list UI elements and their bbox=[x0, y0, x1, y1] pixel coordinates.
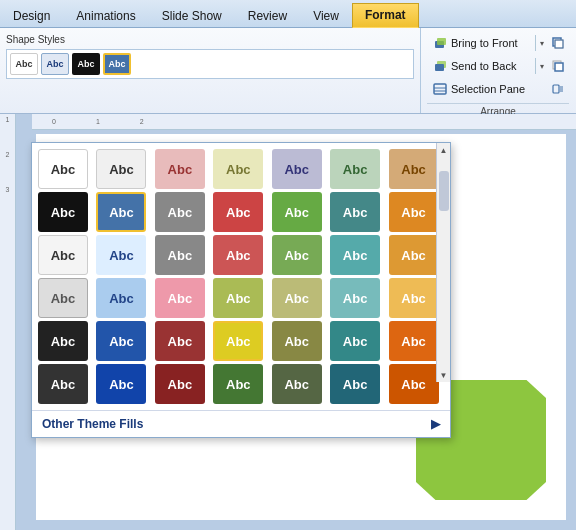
bring-to-front-dropdown[interactable]: ▾ bbox=[535, 35, 547, 51]
scroll-down-arrow[interactable]: ▼ bbox=[437, 368, 450, 382]
style-item[interactable]: Abc bbox=[213, 149, 263, 189]
selection-pane-row: Selection Pane bbox=[427, 78, 569, 100]
style-item[interactable]: Abc bbox=[96, 321, 146, 361]
send-to-back-row: Send to Back ▾ bbox=[427, 55, 569, 77]
style-item[interactable]: Abc bbox=[38, 278, 88, 318]
tab-review[interactable]: Review bbox=[235, 4, 300, 28]
style-item[interactable]: Abc bbox=[155, 149, 205, 189]
style-item[interactable]: Abc bbox=[96, 235, 146, 275]
send-to-back-label: Send to Back bbox=[451, 60, 516, 72]
other-theme-fills-button[interactable]: Other Theme Fills ▶ bbox=[32, 410, 450, 437]
style-item[interactable]: Abc bbox=[155, 278, 205, 318]
style-item[interactable]: Abc bbox=[330, 278, 380, 318]
style-item[interactable]: Abc bbox=[213, 192, 263, 232]
main-content: 1 2 3 0 1 2 o add title AbcAbcAbcAbcAbcA… bbox=[0, 114, 576, 530]
tab-view[interactable]: View bbox=[300, 4, 352, 28]
styles-grid-preview[interactable]: Abc Abc Abc Abc bbox=[6, 49, 414, 79]
tab-design[interactable]: Design bbox=[0, 4, 63, 28]
style-item[interactable]: Abc bbox=[155, 364, 205, 404]
svg-rect-9 bbox=[434, 84, 446, 94]
style-item[interactable]: Abc bbox=[389, 149, 439, 189]
shape-styles-dropdown: AbcAbcAbcAbcAbcAbcAbcAbcAbcAbcAbcAbcAbcA… bbox=[31, 142, 451, 438]
style-item[interactable]: Abc bbox=[96, 192, 146, 232]
styles-grid: AbcAbcAbcAbcAbcAbcAbcAbcAbcAbcAbcAbcAbcA… bbox=[32, 143, 450, 410]
style-item[interactable]: Abc bbox=[389, 192, 439, 232]
style-item[interactable]: Abc bbox=[330, 192, 380, 232]
bring-to-front-icon bbox=[432, 35, 448, 51]
style-item[interactable]: Abc bbox=[155, 235, 205, 275]
style-item[interactable]: Abc bbox=[330, 364, 380, 404]
style-item[interactable]: Abc bbox=[389, 278, 439, 318]
scroll-up-arrow[interactable]: ▲ bbox=[437, 143, 450, 157]
dropdown-scrollbar[interactable]: ▲ ▼ bbox=[436, 143, 450, 382]
scroll-thumb[interactable] bbox=[439, 171, 449, 211]
svg-rect-1 bbox=[437, 38, 446, 45]
tab-slideshow[interactable]: Slide Show bbox=[149, 4, 235, 28]
style-item[interactable]: Abc bbox=[96, 364, 146, 404]
style-item[interactable]: Abc bbox=[389, 321, 439, 361]
style-item[interactable]: Abc bbox=[213, 321, 263, 361]
selection-pane-icon bbox=[432, 81, 448, 97]
style-item[interactable]: Abc bbox=[213, 278, 263, 318]
style-item[interactable]: Abc bbox=[38, 321, 88, 361]
shape-styles-label: Shape Styles bbox=[6, 34, 65, 45]
send-to-back-button[interactable]: Send to Back bbox=[427, 55, 535, 77]
style-item[interactable]: Abc bbox=[96, 149, 146, 189]
style-item[interactable]: Abc bbox=[330, 235, 380, 275]
style-item[interactable]: Abc bbox=[272, 278, 322, 318]
horizontal-ruler: 0 1 2 bbox=[32, 114, 576, 130]
svg-rect-6 bbox=[435, 64, 444, 71]
style-item[interactable]: Abc bbox=[213, 235, 263, 275]
style-item[interactable]: Abc bbox=[272, 149, 322, 189]
style-item[interactable]: Abc bbox=[389, 364, 439, 404]
style-item[interactable]: Abc bbox=[389, 235, 439, 275]
other-fills-arrow-icon: ▶ bbox=[431, 417, 440, 431]
style-item[interactable]: Abc bbox=[272, 192, 322, 232]
other-fills-label: Other Theme Fills bbox=[42, 417, 143, 431]
bring-to-front-row: Bring to Front ▾ bbox=[427, 32, 569, 54]
style-item[interactable]: Abc bbox=[213, 364, 263, 404]
bring-to-front-extra[interactable] bbox=[547, 32, 569, 54]
style-item[interactable]: Abc bbox=[272, 321, 322, 361]
style-item[interactable]: Abc bbox=[272, 235, 322, 275]
selection-pane-label: Selection Pane bbox=[451, 83, 525, 95]
bring-to-front-label: Bring to Front bbox=[451, 37, 518, 49]
slide-area: 0 1 2 o add title AbcAbcAbcAbcAbcAbcAbcA… bbox=[16, 114, 576, 530]
style-item[interactable]: Abc bbox=[38, 192, 88, 232]
tab-format[interactable]: Format bbox=[352, 3, 419, 28]
bring-to-front-button[interactable]: Bring to Front bbox=[427, 32, 535, 54]
svg-rect-8 bbox=[555, 63, 563, 71]
style-item[interactable]: Abc bbox=[38, 364, 88, 404]
style-item[interactable]: Abc bbox=[330, 321, 380, 361]
style-item[interactable]: Abc bbox=[96, 278, 146, 318]
style-item[interactable]: Abc bbox=[330, 149, 380, 189]
style-item[interactable]: Abc bbox=[155, 192, 205, 232]
ribbon-tabs: Design Animations Slide Show Review View… bbox=[0, 0, 576, 28]
send-to-back-icon bbox=[432, 58, 448, 74]
send-to-back-extra[interactable] bbox=[547, 55, 569, 77]
svg-rect-3 bbox=[555, 40, 563, 48]
style-item[interactable]: Abc bbox=[272, 364, 322, 404]
svg-rect-12 bbox=[553, 85, 559, 93]
style-item[interactable]: Abc bbox=[38, 235, 88, 275]
arrange-panel: Bring to Front ▾ Send to Back ▾ bbox=[420, 28, 575, 113]
selection-pane-extra[interactable] bbox=[547, 78, 569, 100]
tab-animations[interactable]: Animations bbox=[63, 4, 148, 28]
shape-styles-panel: Shape Styles Abc Abc Abc Abc bbox=[0, 28, 420, 113]
selection-pane-button[interactable]: Selection Pane bbox=[427, 78, 547, 100]
ribbon-toolbar: Shape Styles Abc Abc Abc Abc Bring to Fr… bbox=[0, 28, 576, 114]
style-item[interactable]: Abc bbox=[38, 149, 88, 189]
style-item[interactable]: Abc bbox=[155, 321, 205, 361]
send-to-back-dropdown[interactable]: ▾ bbox=[535, 58, 547, 74]
vertical-ruler: 1 2 3 bbox=[0, 114, 16, 530]
